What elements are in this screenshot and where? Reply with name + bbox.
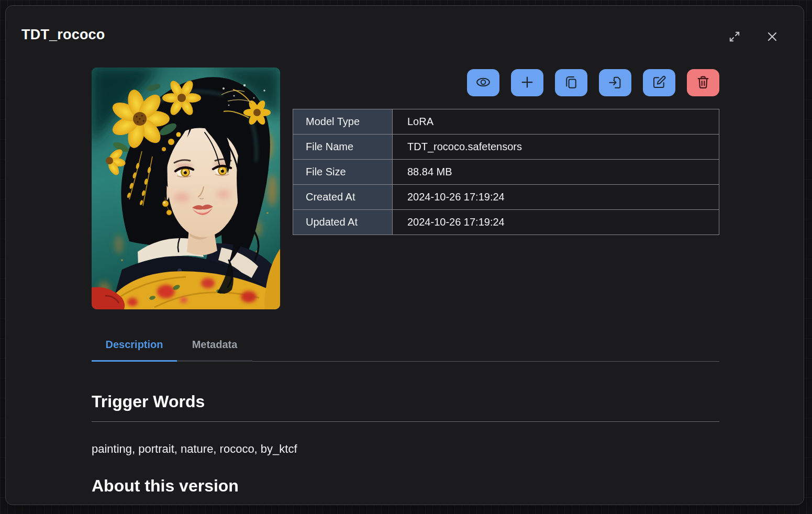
tab-list: Description Metadata: [92, 325, 252, 362]
edit-icon: [651, 74, 667, 92]
preview-button[interactable]: [467, 69, 499, 96]
modal-header: TDT_rococo: [6, 6, 804, 44]
description-panel: Trigger Words painting, portrait, nature…: [92, 392, 719, 496]
tab-divider: [252, 361, 719, 362]
detail-label: Model Type: [293, 109, 393, 135]
detail-value: LoRA: [393, 109, 719, 135]
delete-button[interactable]: [687, 69, 719, 96]
tabs-row: Description Metadata: [92, 325, 719, 362]
tab-description[interactable]: Description: [92, 325, 177, 362]
trigger-words-text: painting, portrait, nature, rococo, by_k…: [92, 442, 719, 456]
import-icon: [607, 74, 623, 92]
detail-value: 88.84 MB: [393, 160, 719, 185]
close-button[interactable]: [765, 30, 780, 44]
edit-button[interactable]: [643, 69, 675, 96]
model-details-table: Model Type LoRA File Name TDT_rococo.saf…: [293, 109, 719, 235]
detail-value: TDT_rococo.safetensors: [393, 135, 719, 160]
table-row: Model Type LoRA: [293, 109, 719, 135]
expand-button[interactable]: [727, 30, 742, 44]
expand-icon: [728, 30, 741, 45]
detail-label: File Size: [293, 160, 393, 185]
header-icons: [727, 30, 780, 44]
trash-icon: [695, 74, 711, 92]
model-details-modal: TDT_rococo: [5, 5, 804, 505]
about-version-heading: About this version: [92, 476, 719, 496]
close-icon: [765, 30, 779, 45]
detail-label: Created At: [293, 185, 393, 210]
action-buttons: [293, 69, 719, 96]
section-divider: [92, 421, 719, 422]
eye-icon: [475, 74, 491, 92]
table-row: File Name TDT_rococo.safetensors: [293, 135, 719, 160]
model-preview-image: [92, 68, 280, 309]
portrait-illustration: [92, 68, 280, 309]
import-button[interactable]: [599, 69, 631, 96]
details-column: Model Type LoRA File Name TDT_rococo.saf…: [293, 68, 719, 309]
detail-value: 2024-10-26 17:19:24: [393, 185, 719, 210]
table-row: Created At 2024-10-26 17:19:24: [293, 185, 719, 210]
modal-title: TDT_rococo: [21, 27, 105, 43]
detail-label: File Name: [293, 135, 393, 160]
table-row: Updated At 2024-10-26 17:19:24: [293, 210, 719, 235]
table-row: File Size 88.84 MB: [293, 160, 719, 185]
trigger-words-heading: Trigger Words: [92, 392, 719, 411]
add-button[interactable]: [511, 69, 543, 96]
detail-label: Updated At: [293, 210, 393, 235]
plus-icon: [519, 74, 535, 92]
app-background: { "modal": { "title": "TDT_rococo", "hea…: [0, 0, 812, 514]
copy-button[interactable]: [555, 69, 587, 96]
detail-value: 2024-10-26 17:19:24: [393, 210, 719, 235]
copy-icon: [563, 74, 579, 92]
hero-section: Model Type LoRA File Name TDT_rococo.saf…: [92, 68, 719, 309]
modal-content: Model Type LoRA File Name TDT_rococo.saf…: [6, 68, 804, 496]
tab-metadata[interactable]: Metadata: [177, 325, 252, 360]
